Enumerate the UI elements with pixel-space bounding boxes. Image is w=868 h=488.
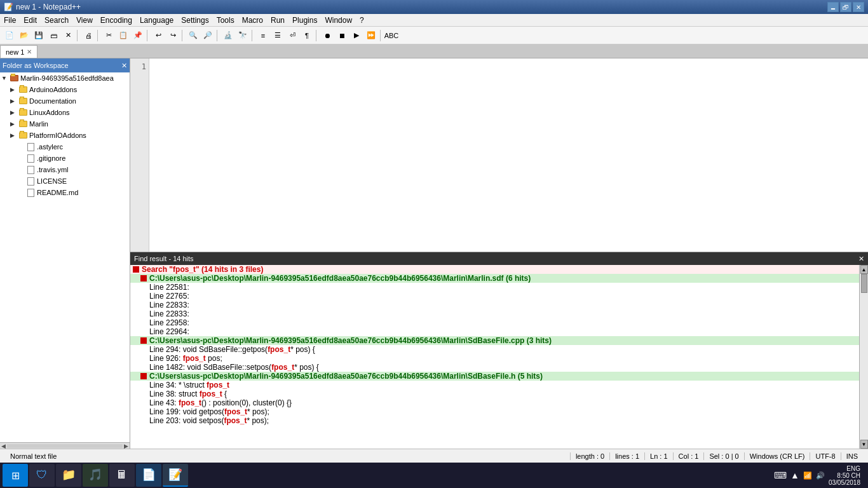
find-file1-line4[interactable]: Line 22833:: [130, 309, 859, 318]
toolbar-close[interactable]: ✕: [61, 29, 75, 43]
find-file3-header[interactable]: C:\Users\asus-pc\Desktop\Marlin-9469395a…: [130, 372, 859, 381]
toolbar-zoom-in[interactable]: 🔬: [221, 29, 235, 43]
taskbar-notepad[interactable]: 📝: [163, 464, 188, 487]
tree-item-astylerc[interactable]: .astylerc: [0, 141, 130, 152]
find-file1-line6[interactable]: Line 22964:: [130, 327, 859, 336]
toolbar-redo[interactable]: ↪: [166, 29, 180, 43]
menu-search[interactable]: Search: [41, 15, 72, 26]
find-file2-line1[interactable]: Line 294: void SdBaseFile::getpos(fpos_t…: [130, 345, 859, 354]
menu-macro[interactable]: Macro: [238, 15, 267, 26]
taskbar-calculator[interactable]: 🖩: [109, 464, 135, 487]
tree-item-license[interactable]: LICENSE: [0, 175, 130, 187]
find-file3-line5[interactable]: Line 203: void setpos(fpos_t* pos);: [130, 416, 859, 425]
tree-item-arduinoaddons[interactable]: ▶ ArduinoAddons: [0, 84, 130, 95]
maximize-button[interactable]: 🗗: [840, 2, 851, 12]
find-file3-line1[interactable]: Line 34: * \struct fpos_t: [130, 381, 859, 390]
find-file2-line2-post: pos;: [206, 354, 222, 363]
minimize-button[interactable]: 🗕: [827, 2, 839, 12]
find-panel-close[interactable]: ✕: [858, 255, 864, 263]
tray-keyboard-icon[interactable]: ⌨: [774, 470, 787, 480]
taskbar-word[interactable]: 📄: [136, 464, 161, 487]
menu-window[interactable]: Window: [321, 15, 356, 26]
tree-item-travis[interactable]: .travis.yml: [0, 164, 130, 175]
tree-root[interactable]: ▼ Marlin-9469395a516edfd8aea: [0, 72, 130, 84]
tree-scrollbar: ◀ ▶: [0, 442, 130, 449]
toolbar-separator-8: [380, 30, 383, 41]
tree-scroll-left[interactable]: ◀: [1, 443, 6, 449]
toolbar-zoom-out[interactable]: 🔭: [236, 29, 250, 43]
menu-language[interactable]: Language: [136, 15, 177, 26]
tree-item-linuxaddons[interactable]: ▶ LinuxAddons: [0, 107, 130, 118]
toolbar-separator-1: [77, 30, 79, 41]
menu-run[interactable]: Run: [267, 15, 288, 26]
close-button[interactable]: ✕: [853, 2, 864, 12]
tree-item-documentation[interactable]: ▶ Documentation: [0, 95, 130, 107]
toolbar-cut[interactable]: ✂: [102, 29, 116, 43]
tree-item-platformioaddons[interactable]: ▶ PlatformIOAddons: [0, 130, 130, 141]
toolbar-wrap[interactable]: ⏎: [285, 29, 299, 43]
find-file1-header[interactable]: C:\Users\asus-pc\Desktop\Marlin-9469395a…: [130, 274, 859, 283]
toolbar-macro-play[interactable]: ▶: [349, 29, 363, 43]
toolbar-print[interactable]: 🖨: [81, 29, 95, 43]
toolbar-find[interactable]: 🔍: [186, 29, 200, 43]
find-file1-line5[interactable]: Line 22958:: [130, 318, 859, 327]
toolbar-indent[interactable]: ≡: [256, 29, 270, 43]
status-sel: Sel : 0 | 0: [704, 452, 744, 460]
menu-edit[interactable]: Edit: [20, 15, 41, 26]
tab-new1[interactable]: new 1 ✕: [0, 45, 37, 58]
find-file3-line4[interactable]: Line 199: void getpos(fpos_t* pos);: [130, 407, 859, 416]
find-file1-line1[interactable]: Line 22581:: [130, 283, 859, 292]
toolbar-copy[interactable]: 📋: [116, 29, 130, 43]
taskbar-files[interactable]: 📁: [56, 464, 81, 487]
find-sb-up[interactable]: ▲: [860, 265, 868, 274]
toolbar-find-replace[interactable]: 🔎: [201, 29, 215, 43]
menu-plugins[interactable]: Plugins: [288, 15, 321, 26]
tray-volume[interactable]: 🔊: [816, 471, 825, 480]
tree-item-gitignore[interactable]: .gitignore: [0, 152, 130, 164]
find-sb-down[interactable]: ▼: [860, 440, 868, 449]
find-file2-indicator: [140, 337, 147, 344]
tree-item-marlin[interactable]: ▶ Marlin: [0, 118, 130, 130]
editor-text[interactable]: [149, 58, 868, 252]
toolbar-macro-run[interactable]: ⏩: [364, 29, 378, 43]
toolbar-save[interactable]: 💾: [32, 29, 46, 43]
start-button[interactable]: ⊞: [3, 464, 28, 487]
find-file1-line3[interactable]: Line 22833:: [130, 301, 859, 309]
tab-close-button[interactable]: ✕: [27, 48, 32, 55]
menu-file[interactable]: File: [0, 15, 20, 26]
find-file2-line3-hit: fpos_t: [271, 363, 294, 372]
toolbar-new[interactable]: 📄: [3, 29, 17, 43]
find-sb-thumb[interactable]: [861, 274, 867, 293]
toolbar-separator-4: [182, 30, 184, 41]
toolbar-macro-rec[interactable]: ⏺: [320, 29, 334, 43]
toolbar-paste[interactable]: 📌: [131, 29, 145, 43]
taskbar-music[interactable]: 🎵: [83, 464, 108, 487]
find-file2-line2[interactable]: Line 926: fpos_t pos;: [130, 354, 859, 363]
tree-label-gitignore: .gitignore: [37, 154, 65, 162]
toolbar-macro-stop[interactable]: ⏹: [335, 29, 349, 43]
menu-bar: File Edit Search View Encoding Language …: [0, 14, 868, 27]
toolbar-spellcheck[interactable]: ABC: [384, 29, 398, 43]
toolbar-open[interactable]: 📂: [17, 29, 31, 43]
find-file2-header[interactable]: C:\Users\asus-pc\Desktop\Marlin-9469395a…: [130, 336, 859, 345]
folder-panel-close[interactable]: ✕: [121, 62, 127, 70]
menu-tools[interactable]: Tools: [213, 15, 238, 26]
menu-help[interactable]: ?: [356, 15, 368, 26]
find-file2-line3[interactable]: Line 1482: void SdBaseFile::setpos(fpos_…: [130, 363, 859, 372]
menu-settings[interactable]: Settings: [177, 15, 212, 26]
find-file1-line2[interactable]: Line 22765:: [130, 292, 859, 301]
find-file3-line2[interactable]: Line 38: struct fpos_t {: [130, 390, 859, 398]
toolbar-save-all[interactable]: 🗃: [46, 29, 60, 43]
find-results-scrollbar[interactable]: ▲ ▼: [859, 265, 868, 449]
taskbar-security[interactable]: 🛡: [29, 464, 55, 487]
toolbar-unindent[interactable]: ☰: [271, 29, 285, 43]
menu-view[interactable]: View: [72, 15, 97, 26]
toolbar-undo[interactable]: ↩: [151, 29, 165, 43]
tree-scroll-right[interactable]: ▶: [124, 443, 128, 449]
tray-connectivity: 📶: [803, 471, 812, 480]
tree-item-readme[interactable]: README.md: [0, 187, 130, 198]
menu-encoding[interactable]: Encoding: [97, 15, 136, 26]
find-file3-line3[interactable]: Line 43: fpos_t() : position(0), cluster…: [130, 398, 859, 407]
toolbar-eol[interactable]: ¶: [300, 29, 314, 43]
tray-up-arrow[interactable]: ▲: [790, 470, 799, 480]
